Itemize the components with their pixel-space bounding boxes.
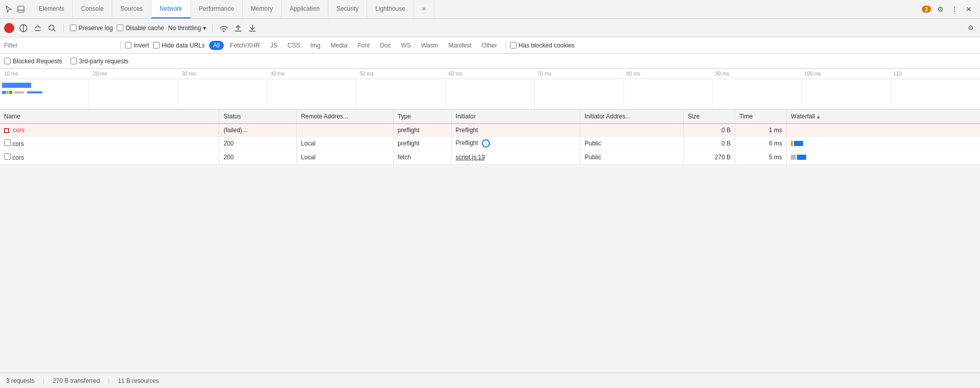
hide-data-urls-input[interactable] [153, 42, 160, 48]
row-checkbox-3[interactable] [4, 153, 11, 160]
disable-cache-input[interactable] [117, 25, 123, 31]
hide-data-urls-checkbox[interactable]: Hide data URLs [153, 42, 205, 49]
tab-network[interactable]: Network [151, 0, 191, 18]
blocked-bar: Blocked Requests 3rd-party requests [0, 54, 980, 69]
timeline-label-30ms: 30 ms [180, 71, 269, 77]
invert-checkbox[interactable]: Invert [125, 42, 149, 49]
filter-divider-1 [120, 41, 121, 50]
filter-chip-doc[interactable]: Doc [376, 41, 395, 50]
th-initiator[interactable]: Initiator [451, 110, 580, 124]
blocked-requests-checkbox[interactable]: Blocked Requests [4, 58, 62, 65]
waterfall-bars-2 [791, 140, 976, 147]
dock-icon[interactable] [16, 5, 25, 14]
filter-chip-css[interactable]: CSS [283, 41, 304, 50]
toolbar-divider-2 [212, 24, 213, 32]
wf-bar-blue [794, 141, 803, 146]
timeline-label-70ms: 70 ms [535, 71, 624, 77]
clear-button[interactable] [33, 23, 43, 33]
td-waterfall-3 [787, 151, 980, 164]
svg-line-6 [54, 30, 55, 31]
preserve-log-checkbox[interactable]: Preserve log [70, 25, 113, 32]
third-party-checkbox[interactable]: 3rd-party requests [70, 58, 128, 65]
wifi-icon[interactable] [219, 23, 229, 33]
filter-chip-wasm[interactable]: Wasm [417, 41, 443, 50]
timeline-label-50ms: 50 ms [357, 71, 446, 77]
tab-sources[interactable]: Sources [112, 0, 151, 18]
filter-chip-all[interactable]: All [209, 41, 224, 50]
table-row[interactable]: cors 200 Local preflight Preflight ↑ Pub… [0, 137, 980, 151]
record-button[interactable] [4, 23, 14, 33]
tab-memory[interactable]: Memory [243, 0, 281, 18]
filter-input[interactable] [4, 42, 116, 49]
th-size[interactable]: Size [683, 110, 735, 124]
timeline-label-40ms: 40 ms [269, 71, 357, 77]
timeline-label-10ms: 10 ms [0, 71, 91, 77]
has-blocked-cookies-input[interactable] [510, 42, 517, 48]
close-icon[interactable]: ✕ [964, 4, 974, 14]
td-initiator-addr-2: Public [580, 137, 683, 151]
filter-chip-manifest[interactable]: Manifest [444, 41, 475, 50]
td-remote-3: Local [297, 151, 394, 164]
blocked-requests-input[interactable] [4, 58, 11, 64]
td-size-1: 0 B [683, 124, 735, 137]
throttle-dropdown[interactable]: No throttling ▾ [168, 25, 207, 32]
disable-cache-checkbox[interactable]: Disable cache [117, 25, 164, 32]
filter-chip-img[interactable]: Img [306, 41, 324, 50]
waterfall-timeline: 10 ms 20 ms 30 ms 40 ms 50 ms 60 ms 70 m… [0, 69, 980, 110]
tab-console[interactable]: Console [73, 0, 112, 18]
td-name-2: cors [0, 137, 219, 151]
td-initiator-addr-3: Public [580, 151, 683, 164]
stop-button[interactable] [18, 23, 29, 33]
tab-elements[interactable]: Elements [31, 0, 73, 18]
cursor-icon[interactable] [4, 5, 13, 14]
tab-more[interactable]: » [414, 0, 434, 18]
th-type[interactable]: Type [393, 110, 451, 124]
tab-security[interactable]: Security [328, 0, 367, 18]
more-icon[interactable]: ⋮ [949, 4, 960, 14]
th-waterfall[interactable]: Waterfall ▲ [787, 110, 980, 124]
tabs-container: Elements Console Sources Network Perform… [31, 0, 922, 18]
search-icon[interactable] [47, 23, 57, 33]
th-remote[interactable]: Remote Addres... [297, 110, 394, 124]
filter-chip-other[interactable]: Other [478, 41, 501, 50]
td-size-2: 0 B [683, 137, 735, 151]
svg-rect-0 [18, 6, 24, 12]
network-toolbar: Preserve log Disable cache No throttling… [0, 19, 980, 37]
status-bar: 3 requests | 270 B transferred | 11 B re… [0, 373, 980, 380]
download-icon[interactable] [247, 23, 257, 33]
sort-arrow-icon: ▲ [816, 114, 821, 119]
th-time[interactable]: Time [735, 110, 786, 124]
settings-icon[interactable]: ⚙ [935, 4, 945, 14]
has-blocked-cookies-checkbox[interactable]: Has blocked cookies [510, 42, 575, 49]
filter-chip-media[interactable]: Media [326, 41, 351, 50]
row-checkbox-2[interactable] [4, 139, 11, 146]
th-status[interactable]: Status [219, 110, 297, 124]
filter-chip-font[interactable]: Font [353, 41, 374, 50]
chevron-down-icon: ▾ [203, 25, 206, 32]
td-type-1: preflight [393, 124, 451, 137]
invert-input[interactable] [125, 42, 132, 48]
table-header: Name Status Remote Addres... Type Initia… [0, 110, 980, 124]
preserve-log-input[interactable] [70, 25, 76, 31]
issues-badge[interactable]: 2 [922, 6, 931, 13]
tab-lighthouse[interactable]: Lighthouse [367, 0, 414, 18]
table-row[interactable]: cors 200 Local fetch script.js:19 Public… [0, 151, 980, 164]
filter-chip-ws[interactable]: WS [397, 41, 415, 50]
td-size-3: 270 B [683, 151, 735, 164]
tab-application[interactable]: Application [281, 0, 328, 18]
filter-chip-js[interactable]: JS [266, 41, 281, 50]
td-time-2: 6 ms [735, 137, 786, 151]
network-settings-icon[interactable]: ⚙ [966, 23, 976, 33]
th-name[interactable]: Name [0, 110, 219, 124]
resources-size: 11 B resources [118, 377, 159, 381]
upload-icon[interactable] [233, 23, 243, 33]
td-time-1: 1 ms [735, 124, 786, 137]
td-time-3: 5 ms [735, 151, 786, 164]
filter-chip-fetch-xhr[interactable]: Fetch/XHR [226, 41, 264, 50]
th-initiator-addr[interactable]: Initiator Addres... [580, 110, 683, 124]
third-party-input[interactable] [70, 58, 77, 64]
timeline-bars [2, 81, 978, 95]
table-row[interactable]: cors (failed)... preflight Preflight 0 B… [0, 124, 980, 137]
preflight-refresh-icon[interactable]: ↑ [482, 139, 490, 148]
tab-performance[interactable]: Performance [191, 0, 243, 18]
